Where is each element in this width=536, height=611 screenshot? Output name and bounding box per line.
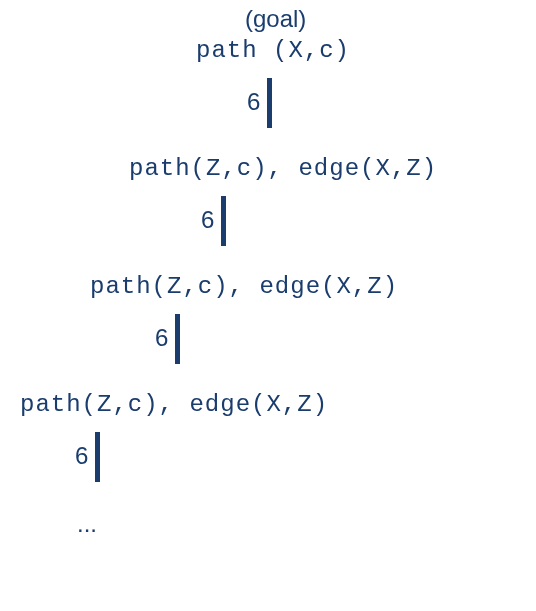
tree-edge-1-label: 6: [201, 206, 214, 234]
tree-edge-2-label: 6: [155, 324, 168, 352]
goal-label: (goal): [245, 5, 306, 33]
tree-edge-0-line: [267, 78, 272, 128]
tree-node-0: path (X,c): [196, 37, 350, 64]
tree-node-2: path(Z,c), edge(X,Z): [90, 273, 398, 300]
tree-edge-2-line: [175, 314, 180, 364]
tree-edge-3-line: [95, 432, 100, 482]
tree-edge-1-line: [221, 196, 226, 246]
tree-node-3: path(Z,c), edge(X,Z): [20, 391, 328, 418]
tree-node-1: path(Z,c), edge(X,Z): [129, 155, 437, 182]
ellipsis: ...: [77, 510, 97, 538]
tree-edge-3-label: 6: [75, 442, 88, 470]
tree-edge-0-label: 6: [247, 88, 260, 116]
